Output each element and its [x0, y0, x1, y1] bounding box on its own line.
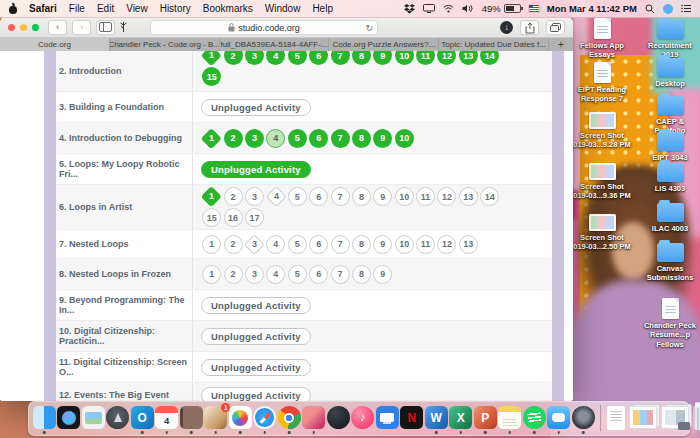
level-bubble-3[interactable]: 3: [245, 265, 264, 284]
level-bubble-12[interactable]: 12: [437, 51, 456, 65]
level-bubble-6[interactable]: 6: [309, 51, 328, 65]
sidebar-toggle-button[interactable]: [96, 20, 115, 35]
dock-excel-icon[interactable]: X: [449, 406, 472, 429]
desktop-item[interactable]: LIS 4303: [640, 163, 700, 193]
level-bubble-4[interactable]: 4: [266, 265, 285, 284]
lesson-title[interactable]: 12. Events: The Big Event: [56, 383, 192, 401]
dock-word-icon[interactable]: W: [425, 406, 448, 429]
level-bubble-4[interactable]: 4: [266, 129, 285, 148]
dock-trash-icon[interactable]: [693, 406, 700, 430]
level-bubble-7[interactable]: 7: [331, 187, 350, 206]
level-bubble-9[interactable]: 9: [373, 265, 392, 284]
level-bubble-5[interactable]: 5: [288, 265, 307, 284]
browser-tab[interactable]: Code.org: [0, 38, 110, 51]
dock-steam-icon[interactable]: [327, 406, 350, 429]
menu-help[interactable]: Help: [312, 3, 333, 14]
level-bubble-1[interactable]: 1: [201, 186, 222, 207]
lesson-title[interactable]: 2. Introduction: [56, 51, 192, 91]
dock-safari-icon[interactable]: [253, 406, 276, 429]
level-bubble-13[interactable]: 13: [459, 235, 478, 254]
level-bubble-4[interactable]: 4: [266, 51, 285, 65]
share-button[interactable]: [520, 20, 539, 35]
level-bubble-14[interactable]: 14: [480, 187, 499, 206]
level-bubble-9[interactable]: 9: [373, 235, 392, 254]
level-bubble-15[interactable]: 15: [202, 208, 221, 227]
back-button[interactable]: [48, 20, 67, 35]
lesson-title[interactable]: 4. Introduction to Debugging: [56, 123, 192, 153]
level-bubble-2[interactable]: 2: [224, 235, 243, 254]
browser-tab[interactable]: Code.org Puzzle Answers?...: [329, 38, 439, 51]
dock-photo-booth-icon[interactable]: [302, 406, 325, 429]
level-bubble-1[interactable]: 1: [202, 235, 221, 254]
close-window-button[interactable]: [8, 24, 15, 31]
level-bubble-7[interactable]: 7: [331, 51, 350, 65]
dock-chrome-icon[interactable]: [278, 406, 301, 429]
level-bubble-1[interactable]: 1: [201, 128, 222, 149]
level-bubble-12[interactable]: 12: [437, 187, 456, 206]
unplugged-activity-pill[interactable]: Unplugged Activity: [201, 328, 311, 345]
browser-tab[interactable]: Chandler Peck - Code.org - B...: [110, 38, 220, 51]
level-bubble-9[interactable]: 9: [373, 129, 392, 148]
lesson-title[interactable]: 10. Digital Citizenship: Practicin...: [56, 321, 192, 351]
level-bubble-2[interactable]: 2: [224, 129, 243, 148]
browser-tab[interactable]: full_DBA539EA-5184-4AFF-...: [220, 38, 330, 51]
dock-keynote-icon[interactable]: [376, 406, 399, 429]
menu-file[interactable]: File: [69, 3, 85, 14]
unplugged-activity-pill[interactable]: Unplugged Activity: [201, 297, 311, 314]
dock-document-icon[interactable]: [607, 406, 625, 430]
wifi-icon[interactable]: [443, 4, 454, 13]
level-bubble-13[interactable]: 13: [459, 187, 478, 206]
level-bubble-15[interactable]: 15: [202, 67, 221, 86]
browser-tab[interactable]: Topic: Updated Due Dates f...: [439, 38, 549, 51]
siri-icon[interactable]: [663, 4, 673, 14]
desktop-item[interactable]: Recruitment 2019: [640, 20, 700, 60]
level-bubble-12[interactable]: 12: [437, 235, 456, 254]
level-bubble-11[interactable]: 11: [416, 187, 435, 206]
menu-edit[interactable]: Edit: [97, 3, 114, 14]
dock-netflix-icon[interactable]: N: [400, 406, 423, 429]
lesson-title[interactable]: 8. Nested Loops in Frozen: [56, 259, 192, 289]
dock-contacts-icon[interactable]: [180, 406, 203, 429]
level-bubble-4[interactable]: 4: [266, 235, 285, 254]
level-bubble-9[interactable]: 9: [373, 51, 392, 65]
dock-finder-icon[interactable]: [33, 406, 56, 429]
level-bubble-1[interactable]: 1: [201, 51, 222, 66]
level-bubble-4[interactable]: 4: [266, 186, 287, 207]
dock-siri-icon[interactable]: [57, 406, 80, 429]
level-bubble-1[interactable]: 1: [202, 265, 221, 284]
dock-stack-printer-icon[interactable]: [661, 406, 689, 429]
address-bar[interactable]: studio.code.org: [150, 20, 378, 35]
level-bubble-3[interactable]: 3: [245, 129, 264, 148]
level-bubble-14[interactable]: 14: [480, 51, 499, 65]
tab-overview-button[interactable]: [546, 20, 565, 35]
dock-photos-icon[interactable]: [229, 406, 252, 429]
minimize-window-button[interactable]: [20, 24, 27, 31]
menu-window[interactable]: Window: [265, 3, 301, 14]
menubar-clock[interactable]: Mon Mar 4 11:42 PM: [547, 3, 637, 14]
dock-notes-icon[interactable]: [498, 406, 521, 429]
display-mirroring-icon[interactable]: [423, 4, 435, 13]
dock-spotify-icon[interactable]: [523, 406, 546, 429]
volume-icon[interactable]: [462, 4, 474, 13]
level-bubble-8[interactable]: 8: [352, 187, 371, 206]
level-bubble-8[interactable]: 8: [352, 235, 371, 254]
level-bubble-11[interactable]: 11: [416, 235, 435, 254]
level-bubble-2[interactable]: 2: [224, 265, 243, 284]
dock-stack-screenshots-icon[interactable]: [629, 406, 657, 429]
input-language-flag-icon[interactable]: [529, 5, 539, 12]
dock-powerpoint-icon[interactable]: P: [474, 406, 497, 429]
level-bubble-6[interactable]: 6: [309, 235, 328, 254]
menu-bookmarks[interactable]: Bookmarks: [203, 3, 253, 14]
level-bubble-6[interactable]: 6: [309, 129, 328, 148]
level-bubble-5[interactable]: 5: [288, 235, 307, 254]
level-bubble-6[interactable]: 6: [309, 265, 328, 284]
level-bubble-6[interactable]: 6: [309, 187, 328, 206]
apple-menu-icon[interactable]: [8, 4, 17, 14]
unplugged-activity-pill[interactable]: Unplugged Activity: [201, 161, 311, 178]
level-bubble-10[interactable]: 10: [395, 187, 414, 206]
refresh-icon[interactable]: [365, 23, 373, 33]
desktop-item[interactable]: Chandler Peck Resume...p Fellows: [640, 298, 700, 349]
desktop-item[interactable]: ILAC 4003: [640, 203, 700, 233]
level-bubble-7[interactable]: 7: [331, 265, 350, 284]
unplugged-activity-pill[interactable]: Unplugged Activity: [201, 359, 311, 376]
